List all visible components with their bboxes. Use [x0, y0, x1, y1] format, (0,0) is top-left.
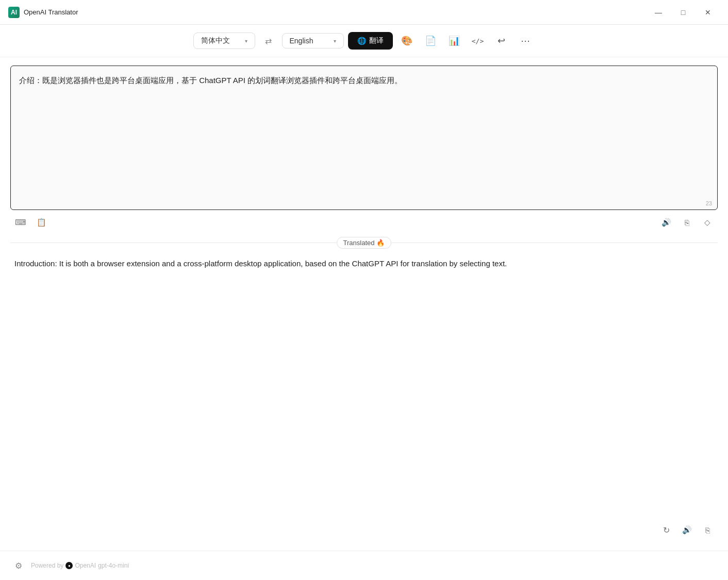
swap-icon: ⇄	[265, 36, 272, 46]
source-lang-chevron-icon: ▾	[245, 38, 247, 44]
chart-icon: 📊	[449, 35, 460, 46]
target-speaker-icon: 🔊	[682, 525, 692, 535]
target-language-label: English	[290, 37, 313, 45]
source-speaker-button[interactable]: 🔊	[658, 214, 674, 231]
translation-actions-bar: ↻ 🔊 ⎘	[10, 518, 718, 542]
source-copy-button[interactable]: ⎘	[679, 214, 695, 231]
minimize-button[interactable]: —	[647, 4, 670, 21]
translate-button-icon: 🌐	[357, 37, 366, 45]
source-actions-left: ⌨ 📋	[12, 214, 49, 231]
doc-icon: 📄	[425, 35, 436, 46]
model-label: gpt-4o-mini	[98, 562, 129, 569]
target-lang-chevron-icon: ▾	[334, 38, 336, 44]
target-copy-button[interactable]: ⎘	[699, 522, 716, 538]
source-copy-icon: ⎘	[685, 218, 689, 227]
translate-button[interactable]: 🌐 翻译	[348, 32, 393, 50]
divider-line-left	[10, 243, 337, 243]
target-speaker-button[interactable]: 🔊	[679, 522, 695, 538]
history-icon: ↩	[498, 35, 505, 46]
source-language-label: 简体中文	[201, 36, 230, 45]
translated-divider: Translated 🔥	[10, 237, 718, 249]
code-icon: </>	[472, 37, 484, 45]
footer: ⚙ Powered by ● OpenAI gpt-4o-mini	[0, 551, 728, 580]
history-button[interactable]: ↩	[492, 31, 511, 51]
source-text-input[interactable]	[11, 66, 717, 210]
source-clear-button[interactable]: ◇	[699, 214, 716, 231]
source-clear-icon: ◇	[704, 218, 710, 227]
translated-label: Translated	[343, 239, 375, 247]
source-language-select[interactable]: 简体中文 ▾	[193, 33, 255, 49]
powered-by-label: Powered by	[31, 562, 63, 569]
source-actions-bar: ⌨ 📋 🔊 ⎘ ◇	[10, 210, 718, 235]
refresh-translation-button[interactable]: ↻	[658, 522, 674, 538]
app-branding: AI OpenAI Translator	[8, 7, 78, 18]
toolbar: 简体中文 ▾ ⇄ English ▾ 🌐 翻译 🎨 📄 📊 </> ↩ ⋯	[0, 25, 728, 57]
close-button[interactable]: ✕	[696, 4, 720, 21]
paste-icon: 📋	[37, 218, 46, 227]
title-bar: AI OpenAI Translator — □ ✕	[0, 0, 728, 25]
code-button[interactable]: </>	[468, 31, 488, 51]
translation-text: Introduction: It is both a browser exten…	[12, 257, 716, 270]
input-area: 23	[10, 66, 718, 210]
target-copy-icon: ⎘	[705, 526, 710, 535]
doc-button[interactable]: 📄	[421, 31, 440, 51]
more-button[interactable]: ⋯	[516, 31, 535, 51]
translate-button-label: 翻译	[369, 36, 384, 45]
main-content: 23 ⌨ 📋 🔊 ⎘ ◇ Translated 🔥	[0, 57, 728, 551]
settings-button[interactable]: ⚙	[10, 557, 27, 574]
source-speaker-icon: 🔊	[661, 218, 671, 227]
openai-logo: ●	[65, 562, 73, 569]
app-title: OpenAI Translator	[24, 8, 78, 16]
footer-text: Powered by ● OpenAI gpt-4o-mini	[31, 562, 129, 569]
input-mode-button[interactable]: ⌨	[12, 214, 29, 231]
palette-icon: 🎨	[401, 35, 412, 46]
chart-button[interactable]: 📊	[444, 31, 464, 51]
translated-emoji: 🔥	[376, 239, 385, 247]
palette-button[interactable]: 🎨	[397, 31, 417, 51]
input-mode-icon: ⌨	[15, 218, 26, 227]
settings-icon: ⚙	[15, 561, 22, 571]
translation-output: Introduction: It is both a browser exten…	[10, 255, 718, 518]
char-count: 23	[706, 200, 712, 206]
source-actions-right: 🔊 ⎘ ◇	[658, 214, 716, 231]
openai-label: OpenAI	[75, 562, 96, 569]
window-controls: — □ ✕	[647, 4, 720, 21]
swap-languages-button[interactable]: ⇄	[259, 31, 278, 50]
translated-badge: Translated 🔥	[337, 237, 392, 249]
paste-button[interactable]: 📋	[33, 214, 49, 231]
divider-line-right	[391, 243, 718, 243]
refresh-icon: ↻	[663, 525, 670, 535]
more-icon: ⋯	[521, 35, 530, 46]
app-icon: AI	[8, 7, 20, 18]
maximize-button[interactable]: □	[671, 4, 695, 21]
target-language-select[interactable]: English ▾	[282, 33, 344, 49]
